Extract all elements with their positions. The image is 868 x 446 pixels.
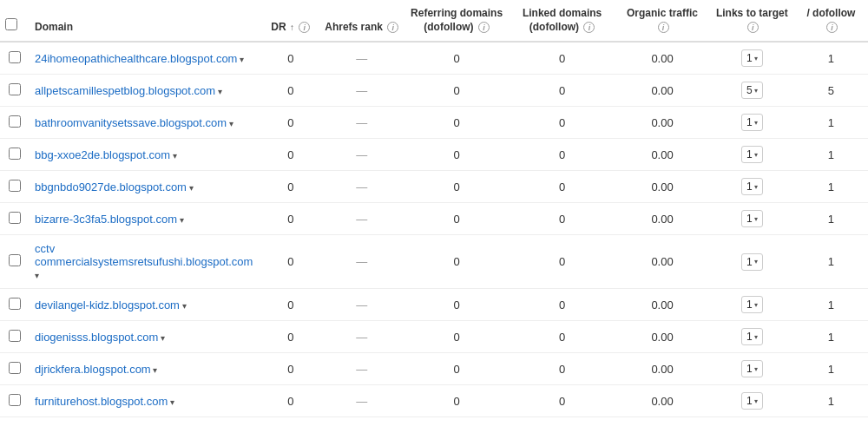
table-row: bbg-xxoe2de.blogspot.com ▾0—000.001 ▾1 [0, 139, 868, 171]
row-7-linked: 0 [510, 289, 615, 321]
row-5-ahrefs-rank: — [319, 203, 404, 235]
row-10-dr: 0 [261, 385, 319, 417]
row-4-checkbox-cell [0, 171, 30, 203]
row-7-checkbox-cell [0, 289, 30, 321]
row-0-checkbox[interactable] [9, 51, 21, 63]
row-7-links-dropdown[interactable]: 1 ▾ [741, 296, 763, 313]
row-3-domain-caret[interactable]: ▾ [170, 151, 177, 161]
row-1-checkbox[interactable] [9, 83, 21, 95]
row-0-linked: 0 [510, 42, 615, 75]
row-9-linked: 0 [510, 353, 615, 385]
row-5-referring: 0 [404, 203, 510, 235]
dofollow-info-icon[interactable]: i [826, 22, 838, 33]
row-8-links-dropdown[interactable]: 1 ▾ [741, 328, 763, 345]
row-0-dr: 0 [261, 42, 319, 75]
row-2-links-dropdown[interactable]: 1 ▾ [741, 114, 763, 131]
row-6-domain-caret[interactable]: ▾ [35, 271, 39, 280]
row-2-domain-link[interactable]: bathroomvanitysetssave.blogspot.com [35, 116, 227, 129]
row-9-checkbox[interactable] [9, 362, 21, 374]
row-6-links-to-target: 1 ▾ [710, 235, 794, 289]
row-5-domain-caret[interactable]: ▾ [177, 215, 184, 225]
row-4-referring: 0 [404, 171, 510, 203]
organic-info-icon[interactable]: i [658, 22, 669, 33]
row-3-links-dropdown[interactable]: 1 ▾ [741, 146, 763, 163]
row-1-domain-link[interactable]: allpetscamillespetblog.blogspot.com [35, 84, 215, 97]
row-9-checkbox-cell [0, 353, 30, 385]
row-1-links-dropdown[interactable]: 5 ▾ [741, 82, 763, 99]
row-3-links-to-target: 1 ▾ [710, 139, 794, 171]
row-4-domain-caret[interactable]: ▾ [187, 183, 194, 193]
row-6-links-dropdown[interactable]: 1 ▾ [741, 253, 763, 271]
table-row: allpetscamillespetblog.blogspot.com ▾0—0… [0, 75, 868, 107]
row-5-checkbox[interactable] [9, 212, 21, 224]
row-8-checkbox[interactable] [9, 330, 21, 342]
row-1-domain-caret[interactable]: ▾ [215, 87, 222, 96]
row-4-domain-cell: bbgnbdo9027de.blogspot.com ▾ [30, 171, 261, 203]
row-10-domain-link[interactable]: furniturehost.blogspot.com [35, 395, 168, 408]
header-dr-label: DR [271, 21, 286, 33]
row-7-links-to-target: 1 ▾ [710, 289, 794, 321]
row-7-domain-caret[interactable]: ▾ [180, 301, 187, 311]
row-8-dr: 0 [261, 321, 319, 353]
row-8-domain-caret[interactable]: ▾ [158, 333, 165, 343]
row-9-domain-caret[interactable]: ▾ [151, 365, 158, 375]
row-0-links-dropdown[interactable]: 1 ▾ [741, 49, 763, 67]
row-5-links-to-target: 1 ▾ [710, 203, 794, 235]
row-9-organic: 0.00 [615, 353, 709, 385]
dr-sort-icon[interactable]: ↑ [290, 22, 294, 33]
row-0-domain-link[interactable]: 24ihomeopathichealthcare.blogspot.com [35, 52, 237, 65]
referring-info-icon[interactable]: i [478, 22, 490, 33]
row-5-linked: 0 [510, 203, 615, 235]
dr-info-icon[interactable]: i [299, 22, 310, 33]
chevron-down-icon: ▾ [754, 365, 758, 373]
row-10-checkbox[interactable] [9, 394, 21, 406]
select-all-checkbox[interactable] [5, 18, 17, 30]
row-10-domain-caret[interactable]: ▾ [168, 397, 174, 407]
row-7-dofollow: 1 [794, 289, 868, 321]
table-row: bbgnbdo9027de.blogspot.com ▾0—000.001 ▾1 [0, 171, 868, 203]
table-row: diogenisss.blogspot.com ▾0—000.001 ▾1 [0, 321, 868, 353]
row-3-checkbox[interactable] [9, 148, 21, 160]
row-7-checkbox[interactable] [9, 298, 21, 310]
ahrefs-info-icon[interactable]: i [387, 22, 398, 33]
row-9-domain-cell: djrickfera.blogspot.com ▾ [30, 353, 261, 385]
row-6-checkbox[interactable] [9, 254, 21, 266]
header-links: Links to target i [710, 0, 794, 42]
row-6-organic: 0.00 [615, 235, 709, 289]
linked-info-icon[interactable]: i [583, 22, 595, 33]
row-10-referring: 0 [404, 385, 510, 417]
row-4-checkbox[interactable] [9, 180, 21, 192]
row-5-links-dropdown[interactable]: 1 ▾ [741, 210, 763, 227]
row-0-organic: 0.00 [615, 42, 709, 75]
row-9-dofollow: 1 [794, 353, 868, 385]
row-9-domain-link[interactable]: djrickfera.blogspot.com [35, 363, 151, 376]
row-0-referring: 0 [404, 42, 510, 75]
row-2-checkbox[interactable] [9, 115, 21, 128]
row-4-links-dropdown[interactable]: 1 ▾ [741, 178, 763, 195]
row-7-domain-link[interactable]: devilangel-kidz.blogspot.com [35, 298, 180, 312]
row-8-links-to-target: 1 ▾ [710, 321, 794, 353]
row-2-domain-caret[interactable]: ▾ [227, 119, 233, 128]
row-8-domain-link[interactable]: diogenisss.blogspot.com [35, 331, 158, 344]
row-1-organic: 0.00 [615, 75, 709, 107]
row-3-checkbox-cell [0, 139, 30, 171]
row-6-linked: 0 [510, 235, 615, 289]
row-6-ahrefs-rank: — [319, 235, 404, 289]
row-0-links-to-target: 1 ▾ [710, 42, 794, 75]
row-0-domain-caret[interactable]: ▾ [237, 55, 244, 64]
row-3-domain-link[interactable]: bbg-xxoe2de.blogspot.com [35, 148, 170, 161]
row-9-links-dropdown[interactable]: 1 ▾ [741, 360, 763, 377]
links-info-icon[interactable]: i [747, 22, 759, 33]
table-row: devilangel-kidz.blogspot.com ▾0—000.001 … [0, 289, 868, 321]
row-7-domain-cell: devilangel-kidz.blogspot.com ▾ [30, 289, 261, 321]
row-6-domain-link[interactable]: cctv commercialsystemsretsufushi.blogspo… [35, 242, 256, 268]
row-8-domain-cell: diogenisss.blogspot.com ▾ [30, 321, 261, 353]
table-row: bathroomvanitysetssave.blogspot.com ▾0—0… [0, 107, 868, 139]
row-6-dr: 0 [261, 235, 319, 289]
row-10-links-dropdown[interactable]: 1 ▾ [741, 392, 763, 410]
row-1-dr: 0 [261, 75, 319, 107]
chevron-down-icon: ▾ [754, 151, 758, 159]
row-8-dofollow: 1 [794, 321, 868, 353]
row-5-domain-link[interactable]: bizarre-3c3fa5.blogspot.com [35, 213, 177, 226]
row-4-domain-link[interactable]: bbgnbdo9027de.blogspot.com [35, 180, 187, 193]
